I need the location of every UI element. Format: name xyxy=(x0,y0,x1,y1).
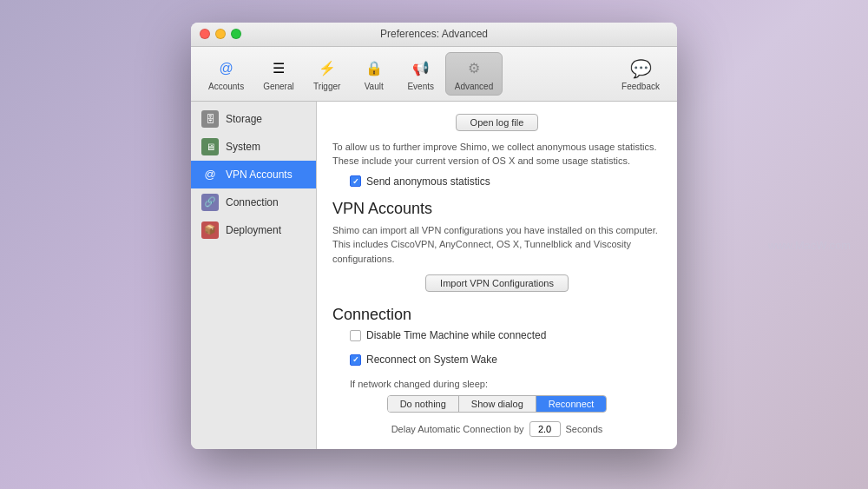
advanced-icon: ⚙ xyxy=(462,56,486,81)
toolbar-item-general[interactable]: ☰ General xyxy=(254,53,303,95)
toolbar: @ Accounts ☰ General ⚡ Trigger 🔒 Vault 📢… xyxy=(191,47,677,102)
send-anon-row: Send anonymous statistics xyxy=(332,175,661,188)
system-label: System xyxy=(226,141,260,153)
advanced-label: Advanced xyxy=(455,82,493,91)
disable-tm-label: Disable Time Machine while connected xyxy=(366,329,546,341)
vpn-accounts-label: VPN Accounts xyxy=(226,169,293,181)
delay-input[interactable] xyxy=(529,421,561,437)
segment-control-row: Do nothing Show dialog Reconnect xyxy=(332,395,661,413)
vault-icon: 🔒 xyxy=(362,56,386,81)
sidebar-item-deployment[interactable]: 📦 Deployment xyxy=(191,216,316,244)
system-icon: 🖥 xyxy=(201,138,219,155)
segment-show-dialog[interactable]: Show dialog xyxy=(459,396,536,412)
toolbar-item-trigger[interactable]: ⚡ Trigger xyxy=(305,53,350,95)
storage-label: Storage xyxy=(226,113,262,125)
general-label: General xyxy=(263,82,294,91)
storage-icon: 🗄 xyxy=(201,110,219,128)
toolbar-item-advanced[interactable]: ⚙ Advanced xyxy=(445,52,503,96)
events-label: Events xyxy=(407,82,434,91)
sidebar-item-system[interactable]: 🖥 System xyxy=(191,133,316,161)
deployment-label: Deployment xyxy=(226,224,281,236)
delay-row: Delay Automatic Connection by Seconds xyxy=(332,421,661,437)
segment-reconnect[interactable]: Reconnect xyxy=(536,396,607,412)
content-area: 🗄 Storage 🖥 System @ VPN Accounts 🔗 Conn… xyxy=(191,102,677,450)
vpn-section-title: VPN Accounts xyxy=(332,200,661,218)
reconnect-row: Reconnect on System Wake xyxy=(332,354,661,366)
delay-unit: Seconds xyxy=(566,424,603,434)
open-log-row: Open log file xyxy=(332,114,661,131)
main-panel: Open log file To allow us to further imp… xyxy=(317,102,677,450)
window-title: Preferences: Advanced xyxy=(380,28,488,40)
feedback-icon: 💬 xyxy=(628,56,653,81)
vpn-desc: Shimo can import all VPN configurations … xyxy=(332,223,661,267)
segment-do-nothing[interactable]: Do nothing xyxy=(388,396,459,412)
close-button[interactable] xyxy=(200,29,210,39)
toolbar-item-feedback[interactable]: 💬 Feedback xyxy=(613,53,668,95)
sidebar-item-storage[interactable]: 🗄 Storage xyxy=(191,105,316,133)
open-log-button[interactable]: Open log file xyxy=(456,114,539,131)
send-anon-checkbox[interactable] xyxy=(350,175,361,187)
sidebar: 🗄 Storage 🖥 System @ VPN Accounts 🔗 Conn… xyxy=(191,102,317,450)
disable-tm-checkbox[interactable] xyxy=(350,330,361,341)
traffic-lights xyxy=(200,29,241,39)
reconnect-checkbox[interactable] xyxy=(350,354,361,366)
network-changed-label: If network changed during sleep: xyxy=(350,379,488,389)
import-vpn-button[interactable]: Import VPN Configurations xyxy=(425,274,569,292)
title-bar: Preferences: Advanced xyxy=(191,23,677,47)
feedback-label: Feedback xyxy=(621,82,660,91)
vpn-icon: @ xyxy=(201,166,219,183)
trigger-icon: ⚡ xyxy=(315,56,339,81)
toolbar-item-vault[interactable]: 🔒 Vault xyxy=(352,53,397,95)
deployment-icon: 📦 xyxy=(201,221,219,239)
connection-icon: 🔗 xyxy=(201,194,219,211)
general-icon: ☰ xyxy=(266,56,291,81)
anon-stats-text: To allow us to further improve Shimo, we… xyxy=(332,140,661,169)
events-icon: 📢 xyxy=(409,56,433,81)
send-anon-label: Send anonymous statistics xyxy=(366,175,490,188)
watermark: www.MacW.com xyxy=(768,238,851,251)
accounts-label: Accounts xyxy=(208,82,244,91)
accounts-icon: @ xyxy=(214,56,239,81)
preferences-window: Preferences: Advanced @ Accounts ☰ Gener… xyxy=(191,23,677,450)
trigger-label: Trigger xyxy=(313,82,340,91)
minimize-button[interactable] xyxy=(215,29,226,39)
toolbar-item-events[interactable]: 📢 Events xyxy=(398,53,444,95)
zoom-button[interactable] xyxy=(231,29,241,39)
connection-label: Connection xyxy=(226,196,279,208)
connection-section-title: Connection xyxy=(332,306,661,324)
import-vpn-row: Import VPN Configurations xyxy=(332,274,661,292)
sidebar-item-vpn-accounts[interactable]: @ VPN Accounts xyxy=(191,161,316,188)
vault-label: Vault xyxy=(365,82,384,91)
reconnect-label: Reconnect on System Wake xyxy=(366,354,497,366)
delay-label: Delay Automatic Connection by xyxy=(391,424,524,434)
disable-tm-row: Disable Time Machine while connected xyxy=(332,329,661,341)
segment-control: Do nothing Show dialog Reconnect xyxy=(387,395,608,413)
sidebar-item-connection[interactable]: 🔗 Connection xyxy=(191,188,316,216)
toolbar-item-accounts[interactable]: @ Accounts xyxy=(200,53,253,95)
